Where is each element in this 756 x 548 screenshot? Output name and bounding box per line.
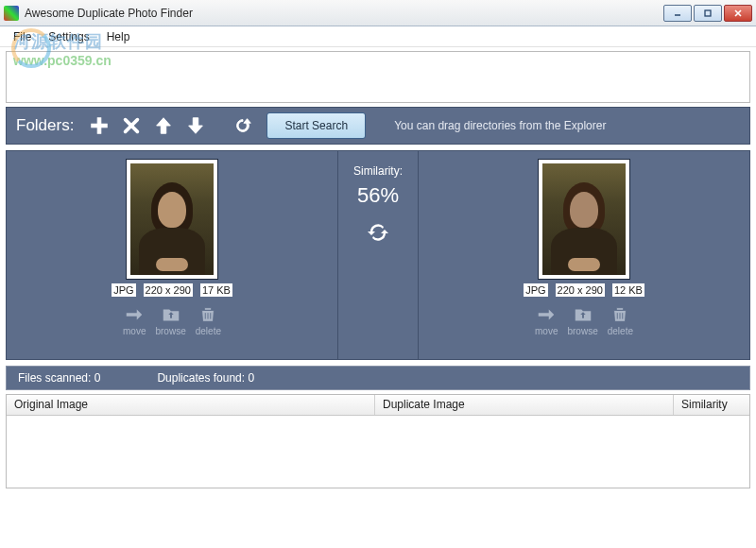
files-scanned: Files scanned: 0 xyxy=(18,371,100,385)
right-size: 12 KB xyxy=(612,283,644,297)
menu-settings[interactable]: Settings xyxy=(41,28,96,45)
remove-folder-button[interactable] xyxy=(117,111,146,140)
left-thumbnail[interactable] xyxy=(126,159,218,280)
right-image-meta: JPG 220 x 290 12 KB xyxy=(524,283,644,297)
left-image-panel: JPG 220 x 290 17 KB move browse delete xyxy=(6,150,338,360)
close-button[interactable] xyxy=(724,5,752,22)
move-up-button[interactable] xyxy=(149,111,178,140)
svg-rect-5 xyxy=(92,124,108,128)
right-format: JPG xyxy=(524,283,547,297)
left-delete-button[interactable]: delete xyxy=(196,304,221,336)
right-move-button[interactable]: move xyxy=(535,304,558,336)
folder-list[interactable] xyxy=(6,51,750,103)
folders-toolbar: Folders: Start Search You can drag direc… xyxy=(6,107,750,145)
left-move-button[interactable]: move xyxy=(123,304,146,336)
similarity-panel: Similarity: 56% xyxy=(338,150,418,360)
right-dimensions: 220 x 290 xyxy=(556,283,605,297)
duplicates-found: Duplicates found: 0 xyxy=(157,371,254,385)
start-search-button[interactable]: Start Search xyxy=(266,112,366,139)
add-folder-button[interactable] xyxy=(85,111,113,140)
left-image-meta: JPG 220 x 290 17 KB xyxy=(112,283,232,297)
minimize-button[interactable] xyxy=(663,5,692,22)
similarity-label: Similarity: xyxy=(353,164,403,178)
results-table: Original Image Duplicate Image Similarit… xyxy=(6,394,750,488)
move-down-button[interactable] xyxy=(181,111,210,140)
trash-icon xyxy=(609,304,631,325)
col-original[interactable]: Original Image xyxy=(7,395,375,415)
comparison-pane: JPG 220 x 290 17 KB move browse delete S… xyxy=(6,150,750,360)
results-body[interactable] xyxy=(7,416,749,488)
window-titlebar: Awesome Duplicate Photo Finder xyxy=(0,0,756,26)
trash-icon xyxy=(197,304,219,325)
arrow-right-icon xyxy=(535,304,558,325)
toolbar-hint: You can drag directories from the Explor… xyxy=(394,119,606,132)
right-image-panel: JPG 220 x 290 12 KB move browse delete xyxy=(418,150,750,360)
window-title: Awesome Duplicate Photo Finder xyxy=(25,7,663,20)
right-thumbnail[interactable] xyxy=(538,159,630,280)
similarity-value: 56% xyxy=(357,183,399,208)
right-browse-button[interactable]: browse xyxy=(567,304,597,336)
folder-up-icon xyxy=(572,304,594,325)
arrow-right-icon xyxy=(123,304,146,325)
folders-label: Folders: xyxy=(16,116,74,135)
col-similarity[interactable]: Similarity xyxy=(674,395,749,415)
col-duplicate[interactable]: Duplicate Image xyxy=(375,395,674,415)
swap-icon xyxy=(367,221,389,244)
menu-help[interactable]: Help xyxy=(99,28,138,45)
left-dimensions: 220 x 290 xyxy=(144,283,193,297)
svg-rect-1 xyxy=(705,10,711,16)
results-header: Original Image Duplicate Image Similarit… xyxy=(7,395,749,416)
status-bar: Files scanned: 0 Duplicates found: 0 xyxy=(6,366,750,390)
left-format: JPG xyxy=(112,283,135,297)
right-delete-button[interactable]: delete xyxy=(608,304,633,336)
swap-button[interactable] xyxy=(367,221,389,247)
reload-button[interactable] xyxy=(229,111,257,140)
left-size: 17 KB xyxy=(200,283,232,297)
maximize-button[interactable] xyxy=(694,5,722,22)
menu-bar: File Settings Help xyxy=(0,26,756,47)
app-icon xyxy=(4,6,19,21)
left-browse-button[interactable]: browse xyxy=(155,304,185,336)
menu-file[interactable]: File xyxy=(6,28,39,45)
folder-up-icon xyxy=(160,304,182,325)
